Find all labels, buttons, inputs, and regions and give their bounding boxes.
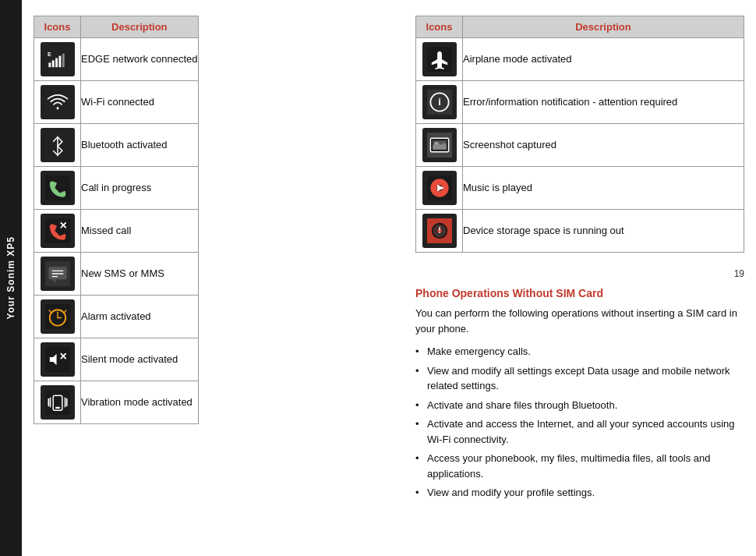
icon-cell-vibration [34, 381, 81, 424]
svg-rect-5 [58, 56, 61, 68]
bluetooth-svg [45, 133, 70, 158]
svg-point-47 [434, 142, 437, 145]
table-row: Vibration mode activated [34, 381, 199, 424]
icon-cell-airplane [416, 38, 463, 81]
icon-cell-silent [34, 338, 81, 381]
table-row: ! Device storage space is running out [416, 210, 744, 253]
table-row: Airplane mode activated [416, 38, 744, 81]
icon-cell-bluetooth [34, 124, 81, 167]
desc-wifi: Wi-Fi connected [81, 81, 199, 124]
airplane-svg [427, 47, 452, 72]
desc-airplane: Airplane mode activated [463, 38, 744, 81]
desc-info: Error/information notification - attenti… [463, 81, 744, 124]
icon-cell-wifi [34, 81, 81, 124]
right-table-icons-header: Icons [416, 16, 463, 38]
left-table-wrap: Icons Description E [34, 16, 400, 505]
missed-call-svg [45, 218, 70, 243]
phone-ops-intro: You can perform the following operations… [415, 306, 744, 336]
music-svg [427, 175, 452, 200]
alarm-svg [45, 304, 70, 329]
desc-edge: EDGE network connected [81, 38, 199, 81]
page-number: 19 [415, 268, 744, 279]
screenshot-icon [422, 128, 457, 162]
list-item: Make emergency calls. [415, 344, 744, 359]
left-table-icons-header: Icons [34, 16, 81, 38]
desc-screenshot: Screenshot captured [463, 124, 744, 167]
list-item: Activate and share files through Bluetoo… [415, 398, 744, 413]
desc-missed: Missed call [81, 210, 199, 253]
vibration-svg [45, 390, 70, 415]
airplane-icon [422, 42, 457, 76]
sms-svg [45, 261, 70, 286]
table-row: Wi-Fi connected [34, 81, 199, 124]
left-table-desc-header: Description [81, 16, 199, 38]
svg-rect-4 [55, 58, 58, 68]
svg-rect-15 [45, 218, 70, 243]
right-content: Icons Description [415, 16, 744, 505]
svg-rect-3 [51, 60, 54, 67]
right-icon-table: Icons Description [415, 16, 744, 253]
desc-call: Call in progress [81, 167, 199, 210]
sidebar: Your Sonim XP5 [0, 0, 22, 556]
storage-svg: ! [427, 218, 452, 243]
desc-vibration: Vibration mode activated [81, 381, 199, 424]
info-svg: i [427, 90, 452, 115]
phone-operations-section: Phone Operations Without SIM Card You ca… [415, 287, 744, 505]
desc-storage: Device storage space is running out [463, 210, 744, 253]
alarm-icon [41, 299, 75, 334]
sidebar-label: Your Sonim XP5 [5, 236, 16, 319]
table-row: E EDGE network connected [34, 38, 199, 81]
wifi-icon [41, 85, 75, 119]
icon-cell-alarm [34, 296, 81, 338]
desc-bluetooth: Bluetooth activated [81, 124, 199, 167]
list-item: View and modify all settings except Data… [415, 363, 744, 394]
desc-sms: New SMS or MMS [81, 253, 199, 296]
list-item: Activate and access the Internet, and al… [415, 416, 744, 447]
svg-point-8 [56, 108, 58, 110]
icon-cell-sms [34, 253, 81, 296]
phone-ops-title: Phone Operations Without SIM Card [415, 287, 744, 299]
left-icon-table: Icons Description E [34, 16, 199, 424]
svg-rect-6 [62, 54, 64, 67]
table-row: Silent mode activated [34, 338, 199, 381]
main-content: Icons Description E [22, 0, 756, 556]
icon-cell-call [34, 167, 81, 210]
music-icon [422, 171, 457, 205]
icon-cell-screenshot [416, 124, 463, 167]
call-icon [41, 171, 75, 205]
desc-music: Music is played [463, 167, 744, 210]
silent-svg [45, 347, 70, 372]
vibration-icon [41, 385, 75, 420]
svg-text:!: ! [438, 226, 440, 235]
list-item: Access your phonebook, my files, multime… [415, 451, 744, 481]
list-item: View and modify your profile settings. [415, 485, 744, 501]
table-row: Missed call [34, 210, 199, 253]
svg-text:E: E [47, 51, 51, 58]
icon-cell-edge: E [34, 38, 81, 81]
table-row: Music is played [416, 167, 744, 210]
icon-cell-info: i [416, 81, 463, 124]
icon-cell-music [416, 167, 463, 210]
phone-ops-list: Make emergency calls. View and modify al… [415, 344, 744, 501]
svg-text:i: i [438, 96, 441, 108]
screenshot-svg [427, 133, 452, 158]
icon-cell-storage: ! [416, 210, 463, 253]
info-icon: i [422, 85, 457, 119]
edge-icon: E [41, 42, 75, 76]
svg-rect-2 [48, 62, 51, 67]
missed-call-icon [41, 214, 75, 248]
desc-silent: Silent mode activated [81, 338, 199, 381]
table-row: Screenshot captured [416, 124, 744, 167]
sms-icon [41, 257, 75, 291]
bluetooth-icon [41, 128, 75, 162]
silent-icon [41, 342, 75, 377]
table-row: Alarm activated [34, 296, 199, 338]
table-row: New SMS or MMS [34, 253, 199, 296]
call-svg [45, 175, 70, 200]
storage-icon: ! [422, 214, 457, 248]
table-row: Call in progress [34, 167, 199, 210]
edge-svg: E [45, 47, 70, 72]
desc-alarm: Alarm activated [81, 296, 199, 338]
svg-rect-30 [45, 347, 70, 372]
svg-rect-14 [45, 175, 70, 200]
